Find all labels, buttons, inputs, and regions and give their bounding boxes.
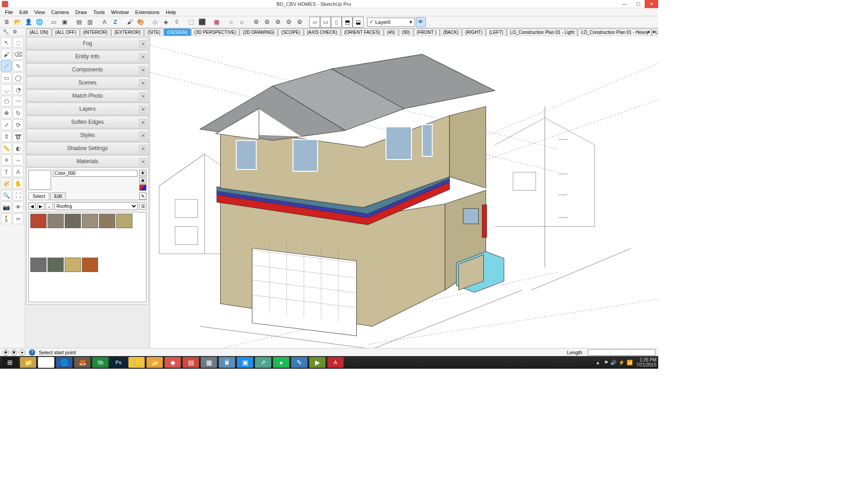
geo-toggle-2[interactable]: ✖ [11, 349, 17, 356]
scene-tab-15[interactable]: (RIGHT) [462, 28, 486, 36]
tray-close-icon[interactable]: ✕ [139, 80, 146, 87]
layer-dropdown[interactable]: ✓ Layer0 ▼ [367, 18, 415, 27]
person-icon[interactable]: 👤 [24, 17, 33, 27]
material-swatch-0[interactable] [30, 214, 47, 228]
tool-3dtext-icon[interactable]: A [13, 166, 24, 177]
material-fwd-icon[interactable]: ▶ [37, 202, 44, 210]
taskbar-calculator-icon[interactable]: 🖩 [219, 357, 235, 368]
shape3-icon[interactable]: ◊ [172, 17, 182, 27]
taskbar-dropbox-icon[interactable]: ▣ [237, 357, 253, 368]
material-menu-icon[interactable]: ☰ [139, 202, 146, 210]
taskbar-app-grey-icon[interactable]: ▦ [201, 357, 217, 368]
tray-header-shadow-settings[interactable]: Shadow Settings✕ [26, 142, 149, 155]
help-icon[interactable]: ? [29, 349, 35, 356]
tool-paint-icon[interactable]: 🖌 [1, 49, 12, 60]
scene-tab-2[interactable]: (INTERIOR) [80, 28, 111, 36]
taskbar-clock[interactable]: 1:26 PM 7/21/2015 [637, 357, 657, 367]
scene-tab-10[interactable]: (ORIENT FACES) [341, 28, 383, 36]
tool-offset-icon[interactable]: ⟳ [13, 119, 24, 130]
material-name-input[interactable] [53, 170, 137, 177]
warehouse1-icon[interactable]: ⌂ [226, 17, 236, 27]
warehouse2-icon[interactable]: ⌂ [237, 17, 247, 27]
ext1-icon[interactable]: ⚙ [251, 17, 261, 27]
scene-scroll-left-icon[interactable]: ◀ [645, 28, 651, 35]
scene-tab-9[interactable]: (AXIS CHECK) [304, 28, 340, 36]
tray-header-components[interactable]: Components✕ [26, 63, 149, 76]
geo-toggle-1[interactable]: ✚ [3, 349, 9, 356]
tray-close-icon[interactable]: ✕ [139, 132, 146, 139]
material-create-icon[interactable]: ✚ [139, 170, 146, 176]
taskbar-file-explorer-icon[interactable]: 📁 [20, 357, 36, 368]
tool-lasso-icon[interactable]: ◌ [13, 37, 24, 48]
scene-tab-14[interactable]: (BACK) [440, 28, 462, 36]
material-swatch-6[interactable] [30, 258, 47, 272]
scene-scroll-right-icon[interactable]: ▶ [651, 28, 657, 35]
tray-close-icon[interactable]: ✕ [139, 53, 146, 61]
globe-icon[interactable]: 🌐 [34, 17, 44, 27]
tool-rectangle-icon[interactable]: ▭ [1, 72, 12, 83]
layers2-icon[interactable]: ▥ [85, 17, 95, 27]
scene-tab-16[interactable]: (LEFT) [486, 28, 506, 36]
tool-scale-icon[interactable]: ⤢ [1, 119, 12, 130]
menu-draw[interactable]: Draw [72, 9, 90, 15]
menu-window[interactable]: Window [108, 9, 132, 15]
taskbar-acrobat-icon[interactable]: A [327, 357, 344, 368]
maximize-button[interactable]: ▢ [631, 0, 645, 8]
material-library-select[interactable]: Roofing [54, 202, 138, 210]
tool-pushpull-icon[interactable]: ⇕ [1, 131, 12, 142]
text-z-icon[interactable]: Z [110, 17, 120, 27]
material-swatch-7[interactable] [47, 258, 64, 272]
tool-look-icon[interactable]: 👁 [13, 202, 24, 212]
tray-header-styles[interactable]: Styles✕ [26, 129, 149, 141]
tray-close-icon[interactable]: ✕ [139, 158, 146, 165]
material-swatch-4[interactable] [99, 214, 115, 228]
tray-header-scenes[interactable]: Scenes✕ [26, 76, 149, 89]
taskbar-layout-icon[interactable]: ▤ [183, 357, 199, 368]
menu-camera[interactable]: Camera [48, 9, 72, 15]
tool-freehand-icon[interactable]: ✎ [13, 61, 24, 71]
paint-icon[interactable]: 🖌 [125, 17, 135, 27]
material-color-icon[interactable] [139, 184, 146, 191]
material-preview[interactable] [28, 170, 51, 190]
taskbar-spotify-icon[interactable]: ● [273, 357, 289, 368]
tool-followme-icon[interactable]: ➰ [13, 131, 24, 142]
tool-pie-icon[interactable]: ◔ [13, 84, 24, 95]
scene-tab-1[interactable]: (ALL OFF) [52, 28, 80, 36]
tool-polygon-icon[interactable]: ⬠ [1, 96, 12, 107]
material-back-icon[interactable]: ◀ [28, 202, 36, 210]
ext3-icon[interactable]: ⚙ [273, 17, 283, 27]
ext2-icon[interactable]: ⚙ [262, 17, 272, 27]
material-swatch-2[interactable] [65, 214, 81, 228]
tray-close-icon[interactable]: ✕ [139, 119, 146, 126]
taskbar-app-teal-icon[interactable]: ↗ [255, 357, 271, 368]
tray-icons[interactable]: ⚑🔊⚡📶 [603, 360, 634, 366]
eyedropper-icon[interactable]: ✎ [139, 192, 146, 200]
shape1-icon[interactable]: ◇ [150, 17, 160, 27]
menu-tools[interactable]: Tools [90, 9, 108, 15]
taskbar-start-icon[interactable]: ⊞ [2, 357, 18, 368]
taskbar-ms-store-icon[interactable]: 🛍 [92, 357, 108, 368]
new-icon[interactable]: 🗎 [2, 17, 12, 27]
material-default-icon[interactable]: ◉ [139, 177, 146, 183]
menu-view[interactable]: View [31, 9, 48, 15]
tray-close-icon[interactable]: ✕ [139, 40, 146, 47]
tool-rotate-icon[interactable]: ↻ [13, 108, 24, 118]
taskbar-gimp-icon[interactable]: 🦊 [74, 357, 90, 368]
component-icon[interactable]: ▣ [60, 17, 70, 27]
geo-toggle-3[interactable]: ● [19, 349, 25, 356]
tray-close-icon[interactable]: ✕ [139, 106, 146, 113]
minimize-button[interactable]: — [618, 0, 631, 8]
view-iso-icon[interactable]: ▱ [309, 17, 320, 28]
material-swatch-1[interactable] [47, 214, 64, 228]
tray-up-icon[interactable]: ▲ [596, 360, 600, 365]
taskbar-folder2-icon[interactable]: 📂 [146, 357, 163, 368]
tool-circle-icon[interactable]: ◯ [13, 72, 24, 83]
scene-tab-0[interactable]: (ALL ON) [26, 28, 52, 36]
view-right-icon[interactable]: ⬒ [342, 17, 353, 28]
box-icon[interactable]: ▭ [49, 17, 59, 27]
scene-tab-18[interactable]: LO_Construction Plan 01 - Heavy [578, 28, 651, 36]
scene-tab-4[interactable]: (SITE) [144, 28, 164, 36]
tool-section-icon[interactable]: ✂ [13, 213, 24, 224]
materials-tab-select[interactable]: Select [28, 192, 49, 200]
taskbar-camtasia-icon[interactable]: ▶ [309, 357, 326, 368]
